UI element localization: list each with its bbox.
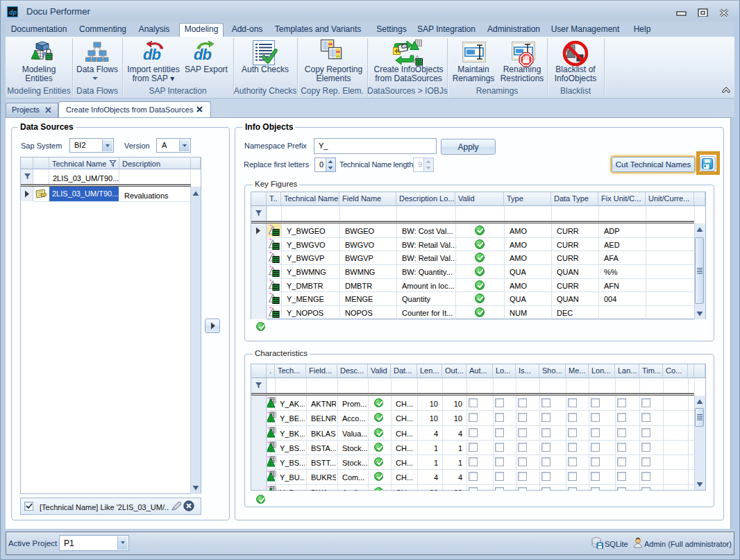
svg-text:dp: dp (9, 9, 17, 16)
svg-text:f: f (43, 51, 46, 58)
svg-text:db: db (194, 46, 211, 62)
svg-text:db: db (143, 46, 160, 62)
